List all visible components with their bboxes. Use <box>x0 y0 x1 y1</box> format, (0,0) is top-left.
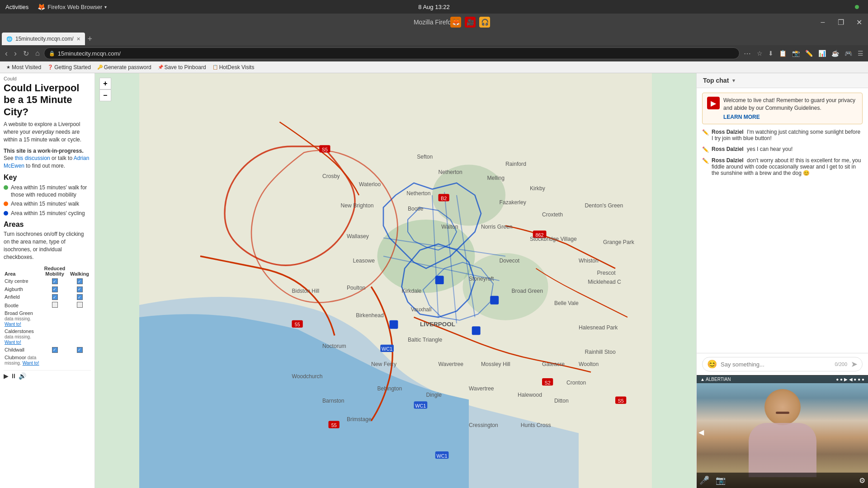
media-btn-3[interactable]: 🔊 <box>19 372 26 380</box>
nav-extra-1[interactable]: 📋 <box>777 49 788 58</box>
reload-button[interactable]: ↻ <box>21 48 31 59</box>
browser-name: Firefox Web Browser <box>47 4 102 10</box>
checkbox-aigburth-reduced[interactable]: ✓ <box>52 286 58 292</box>
svg-text:Noctorum: Noctorum <box>322 343 346 349</box>
back-button[interactable]: ‹ <box>3 47 10 60</box>
firefox-icon: 🦊 <box>450 17 461 28</box>
zoom-in-button[interactable]: + <box>99 78 111 89</box>
browser-tab[interactable]: 🌐 15minutecity.mcqn.com/ ✕ <box>2 33 85 45</box>
zoom-out-button[interactable]: – <box>99 89 111 101</box>
url-bar[interactable]: 🔒 15minutecity.mcqn.com/ <box>44 47 740 59</box>
bookmark-hotdesk[interactable]: 📋 HotDesk Visits <box>210 63 257 71</box>
bookmark-getting-started[interactable]: ❓ Getting Started <box>45 63 94 71</box>
area-name[interactable]: Broad Green data missing. Want to! <box>4 310 41 328</box>
generate-password-icon: 🔑 <box>97 65 103 70</box>
minimize-button[interactable]: – <box>814 14 832 31</box>
svg-text:WC1: WC1 <box>415 403 426 408</box>
svg-text:Broad Green: Broad Green <box>512 288 543 294</box>
area-name[interactable]: Bootle <box>4 301 41 310</box>
svg-text:Birkenhead: Birkenhead <box>356 312 383 319</box>
area-name[interactable]: Childwall <box>4 346 41 354</box>
want-to-link[interactable]: Want to! <box>5 340 21 345</box>
svg-text:Rainford: Rainford <box>505 161 526 167</box>
download-icon[interactable]: ⬇ <box>766 49 775 58</box>
hotdesk-label: HotDesk Visits <box>219 64 255 70</box>
send-button[interactable]: ➤ <box>851 359 858 369</box>
hotdesk-icon: 📋 <box>212 65 218 70</box>
area-name[interactable]: Anfield <box>4 293 41 301</box>
area-name[interactable]: Calderstones data missing. Want to! <box>4 328 41 346</box>
nav-extra-5[interactable]: ☕ <box>830 49 841 58</box>
svg-text:Wallasey: Wallasey <box>347 233 369 239</box>
getting-started-label: Getting Started <box>54 64 91 70</box>
username-3: Ross Dalziel <box>712 157 744 164</box>
video-settings-button[interactable]: ⚙ <box>859 476 865 485</box>
svg-text:Mossley Hill: Mossley Hill <box>481 361 510 367</box>
table-row: Broad Green data missing. Want to! <box>4 310 91 328</box>
headphone-icon[interactable]: 🎧 <box>479 17 490 28</box>
col-reduced: ReducedMobility <box>41 265 68 277</box>
svg-text:Netherton: Netherton <box>406 190 430 197</box>
bookmark-save-pinboard[interactable]: 📌 Save to Pinboard <box>155 63 209 71</box>
browser-label[interactable]: 🦊 Firefox Web Browser ▾ <box>38 3 107 10</box>
svg-text:Croxteth: Croxteth <box>542 211 563 218</box>
checkbox-city-walking[interactable]: ✓ <box>77 278 83 284</box>
nav-extra-2[interactable]: 📸 <box>790 49 802 58</box>
area-name[interactable]: Aigburth <box>4 285 41 293</box>
table-row: Childwall ✓ ✓ <box>4 346 91 354</box>
checkbox-bootle-reduced[interactable] <box>52 302 58 308</box>
zoom-controls: + – <box>99 78 111 101</box>
home-button[interactable]: ⌂ <box>33 48 42 59</box>
nav-extra-6[interactable]: 🎮 <box>843 49 854 58</box>
discussion-link[interactable]: this discussion <box>15 155 50 161</box>
video-left-arrow[interactable]: ◀ <box>698 427 704 436</box>
media-btn-1[interactable]: ▶ <box>4 372 9 380</box>
learn-more-link[interactable]: LEARN MORE <box>723 114 858 120</box>
checkbox-childwall-walking[interactable]: ✓ <box>77 347 83 353</box>
media-btn-2[interactable]: ⏸ <box>10 372 17 380</box>
chat-input[interactable] <box>721 361 831 368</box>
nav-extra-7[interactable]: ☰ <box>856 49 865 58</box>
nav-extra-3[interactable]: ✏️ <box>803 49 815 58</box>
svg-text:Barnston: Barnston <box>322 398 344 404</box>
area-name[interactable]: City centre <box>4 277 41 286</box>
tab-close-icon[interactable]: ✕ <box>76 36 80 42</box>
kebab-menu-icon[interactable]: ⋯ <box>741 48 753 59</box>
checkbox-city-reduced[interactable]: ✓ <box>52 278 58 284</box>
camera-icon[interactable]: 🎥 <box>465 17 476 28</box>
username-1: Ross Dalziel <box>712 129 744 135</box>
key-dot-orange <box>4 202 8 206</box>
person-video <box>697 375 868 488</box>
checkbox-anfield-reduced[interactable]: ✓ <box>52 294 58 300</box>
bookmark-most-visited[interactable]: ★ Most Visited <box>4 63 44 71</box>
svg-rect-24 <box>472 326 481 335</box>
activities-label[interactable]: Activities <box>5 4 28 10</box>
checkbox-aigburth-walking[interactable]: ✓ <box>77 286 83 292</box>
forward-button[interactable]: › <box>12 47 19 60</box>
page-subtitle: Could <box>4 76 91 81</box>
chat-dropdown-icon[interactable]: ▾ <box>732 78 735 84</box>
svg-text:Stoneyroft: Stoneyroft <box>469 276 494 282</box>
camera-toggle-button[interactable]: 📷 <box>716 475 726 485</box>
area-name[interactable]: Clubmoor data missing. Want to! <box>4 354 41 366</box>
want-to-link[interactable]: Want to! <box>5 322 21 327</box>
svg-text:Bidston Hill: Bidston Hill <box>292 288 320 294</box>
getting-started-icon: ❓ <box>47 65 53 70</box>
svg-text:WC1: WC1 <box>437 453 448 459</box>
mute-button[interactable]: 🎤 <box>699 475 709 485</box>
table-row: City centre ✓ ✓ <box>4 277 91 286</box>
svg-text:Melling: Melling <box>487 175 505 181</box>
bookmark-icon[interactable]: ☆ <box>755 49 764 58</box>
bookmark-generate-password[interactable]: 🔑 Generate password <box>94 63 154 71</box>
checkbox-anfield-walking[interactable]: ✓ <box>77 294 83 300</box>
restore-button[interactable]: ❐ <box>832 14 850 31</box>
svg-text:LIVERPOOL: LIVERPOOL <box>420 321 455 328</box>
emoji-button[interactable]: 😊 <box>707 359 717 369</box>
checkbox-bootle-walking[interactable] <box>77 302 83 308</box>
want-to-link[interactable]: Want to! <box>23 361 39 366</box>
checkbox-childwall-reduced[interactable]: ✓ <box>52 347 58 353</box>
new-tab-button[interactable]: + <box>85 33 95 45</box>
svg-text:Brimstage: Brimstage <box>347 416 372 422</box>
close-button[interactable]: ✕ <box>850 14 868 31</box>
nav-extra-4[interactable]: 📊 <box>816 49 828 58</box>
